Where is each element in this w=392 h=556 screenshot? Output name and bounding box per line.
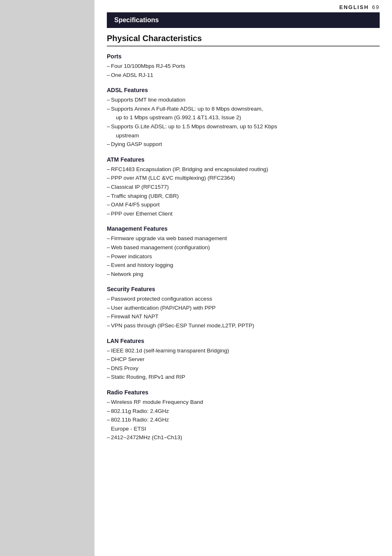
list-item: Password protected configuration access <box>107 294 380 303</box>
list-item: Four 10/100Mbps RJ-45 Ports <box>107 62 380 71</box>
adsl-title: ADSL Features <box>107 87 380 93</box>
section-title: Physical Characteristics <box>107 34 380 46</box>
list-item: 802.11g Radio: 2.4GHz <box>107 407 380 416</box>
list-item: Wireless RF module Frequency Band <box>107 398 380 407</box>
security-list: Password protected configuration access … <box>107 294 380 330</box>
list-item: Static Routing, RIPv1 and RIP <box>107 373 380 382</box>
radio-section: Radio Features Wireless RF module Freque… <box>107 389 380 442</box>
list-item: Supports Annex A Full-Rate ADSL: up to 8… <box>107 104 380 114</box>
atm-section: ATM Features RFC1483 Encapsulation (IP, … <box>107 156 380 218</box>
atm-list: RFC1483 Encapsulation (IP, Bridging and … <box>107 165 380 218</box>
list-item: RFC1483 Encapsulation (IP, Bridging and … <box>107 165 380 174</box>
list-item: Power indicators <box>107 252 380 261</box>
list-item: Firmware upgrade via web based managemen… <box>107 234 380 243</box>
list-item: IEEE 802.1d (self-learning transparent B… <box>107 346 380 355</box>
main-content: ENGLISH 69 Specifications Physical Chara… <box>95 0 392 556</box>
list-item: PPP over Ethernet Client <box>107 209 380 218</box>
management-title: Management Features <box>107 225 380 232</box>
adsl-section: ADSL Features Supports DMT line modulati… <box>107 87 380 149</box>
lan-list: IEEE 802.1d (self-learning transparent B… <box>107 346 380 382</box>
language-label: ENGLISH <box>339 4 369 10</box>
list-item: Network ping <box>107 270 380 279</box>
left-sidebar <box>0 0 95 556</box>
list-item: 2412~2472MHz (Ch1~Ch13) <box>107 433 380 442</box>
list-item: PPP over ATM (LLC &VC multiplexing) (RFC… <box>107 174 380 183</box>
management-list: Firmware upgrade via web based managemen… <box>107 234 380 278</box>
list-item: Traffic shaping (UBR, CBR) <box>107 192 380 201</box>
lan-section: LAN Features IEEE 802.1d (self-learning … <box>107 338 380 382</box>
list-item: 802.11b Radio: 2.4GHz <box>107 415 380 424</box>
list-item: Event and history logging <box>107 261 380 270</box>
lan-title: LAN Features <box>107 338 380 344</box>
list-item: DNS Proxy <box>107 364 380 373</box>
spec-title: Specifications <box>114 16 159 23</box>
radio-title: Radio Features <box>107 389 380 396</box>
list-item: One ADSL RJ-11 <box>107 71 380 80</box>
list-item: Web based management (configuration) <box>107 243 380 252</box>
page-number: 69 <box>372 4 380 10</box>
list-item: OAM F4/F5 support <box>107 200 380 209</box>
list-item: Firewall NAT NAPT <box>107 312 380 321</box>
list-item: up to 1 Mbps upstream (G.992.1 &T1.413, … <box>107 113 380 122</box>
list-item: DHCP Server <box>107 355 380 364</box>
adsl-list: Supports DMT line modulation Supports An… <box>107 95 380 149</box>
list-item: upstream <box>107 131 380 140</box>
security-title: Security Features <box>107 286 380 292</box>
list-item: Supports DMT line modulation <box>107 95 380 104</box>
list-item: Dying GASP support <box>107 140 380 149</box>
atm-title: ATM Features <box>107 156 380 163</box>
ports-title: Ports <box>107 53 380 60</box>
ports-section: Ports Four 10/100Mbps RJ-45 Ports One AD… <box>107 53 380 79</box>
ports-list: Four 10/100Mbps RJ-45 Ports One ADSL RJ-… <box>107 62 380 79</box>
list-item: VPN pass through (IPSec-ESP Tunnel mode,… <box>107 321 380 330</box>
list-item: Europe - ETSI <box>107 424 380 433</box>
management-section: Management Features Firmware upgrade via… <box>107 225 380 278</box>
page-header: ENGLISH 69 <box>107 0 380 12</box>
list-item: Classical IP (RFC1577) <box>107 183 380 192</box>
radio-list: Wireless RF module Frequency Band 802.11… <box>107 398 380 442</box>
list-item: Supports G.Lite ADSL: up to 1.5 Mbps dow… <box>107 122 380 131</box>
spec-header-bar: Specifications <box>107 12 380 28</box>
list-item: User authentication (PAP/CHAP) with PPP <box>107 303 380 313</box>
security-section: Security Features Password protected con… <box>107 286 380 330</box>
